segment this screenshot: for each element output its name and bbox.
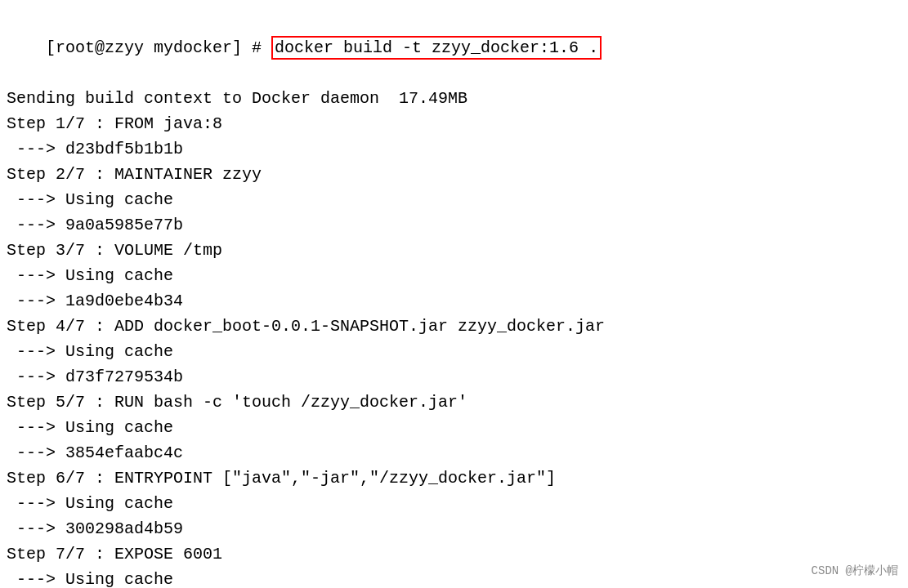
- terminal-line-19: ---> 300298ad4b59: [7, 516, 901, 541]
- command-highlight: docker build -t zzyy_docker:1.6 .: [271, 36, 602, 60]
- terminal-line-9: ---> Using cache: [7, 263, 901, 288]
- terminal-line-10: ---> 1a9d0ebe4b34: [7, 288, 901, 314]
- terminal-line-13: ---> d73f7279534b: [7, 364, 901, 390]
- terminal-line-21: ---> Using cache: [7, 567, 901, 588]
- terminal-line-2: Sending build context to Docker daemon 1…: [7, 86, 901, 111]
- terminal-line-14: Step 5/7 : RUN bash -c 'touch /zzyy_dock…: [7, 390, 901, 415]
- terminal-line-16: ---> 3854efaabc4c: [7, 440, 901, 466]
- terminal-line-7: ---> 9a0a5985e77b: [7, 212, 901, 238]
- terminal-line-3: Step 1/7 : FROM java:8: [7, 111, 901, 136]
- terminal-line-6: ---> Using cache: [7, 187, 901, 212]
- terminal-line-8: Step 3/7 : VOLUME /tmp: [7, 238, 901, 263]
- terminal-line-12: ---> Using cache: [7, 339, 901, 364]
- terminal-window: [root@zzyy mydocker] # docker build -t z…: [0, 0, 908, 588]
- terminal-line-1: [root@zzyy mydocker] # docker build -t z…: [7, 10, 901, 86]
- terminal-line-5: Step 2/7 : MAINTAINER zzyy: [7, 162, 901, 187]
- prompt: [root@zzyy mydocker] #: [46, 38, 271, 57]
- terminal-line-15: ---> Using cache: [7, 415, 901, 440]
- terminal-line-17: Step 6/7 : ENTRYPOINT ["java","-jar","/z…: [7, 466, 901, 491]
- terminal-line-18: ---> Using cache: [7, 491, 901, 516]
- terminal-line-4: ---> d23bdf5b1b1b: [7, 136, 901, 162]
- watermark: CSDN @柠檬小帽: [812, 564, 898, 578]
- terminal-line-20: Step 7/7 : EXPOSE 6001: [7, 541, 901, 567]
- terminal-line-11: Step 4/7 : ADD docker_boot-0.0.1-SNAPSHO…: [7, 314, 901, 339]
